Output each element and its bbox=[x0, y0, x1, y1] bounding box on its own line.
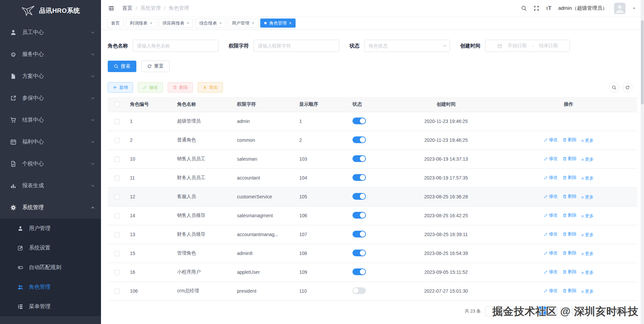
sidebar-item-employee-center[interactable]: 员工中心 bbox=[0, 22, 101, 43]
sidebar-item-user-management[interactable]: 用户管理 bbox=[0, 219, 101, 238]
row-checkbox[interactable] bbox=[114, 232, 120, 237]
row-action-删除[interactable]: 删除 bbox=[563, 288, 577, 294]
next-page-button[interactable] bbox=[571, 306, 581, 316]
row-action-修改[interactable]: 修改 bbox=[544, 231, 558, 237]
row-action-修改[interactable]: 修改 bbox=[544, 174, 558, 181]
row-action-更多[interactable]: »更多 bbox=[581, 156, 594, 162]
row-checkbox[interactable] bbox=[114, 270, 120, 275]
search-icon[interactable] bbox=[609, 83, 619, 93]
role-name-input[interactable] bbox=[133, 40, 218, 52]
row-action-删除[interactable]: 删除 bbox=[563, 269, 577, 275]
perm-key-input[interactable] bbox=[253, 40, 339, 52]
sidebar-item-menu-management[interactable]: 菜单管理 bbox=[0, 297, 101, 316]
scrollbar-thumb[interactable] bbox=[641, 20, 644, 104]
status-toggle[interactable] bbox=[352, 174, 366, 181]
search-button[interactable]: 搜索 bbox=[108, 61, 136, 72]
row-action-更多[interactable]: »更多 bbox=[581, 251, 594, 257]
row-checkbox[interactable] bbox=[114, 138, 120, 143]
row-action-更多[interactable]: »更多 bbox=[581, 288, 594, 294]
row-action-删除[interactable]: 删除 bbox=[563, 156, 577, 162]
row-action-删除[interactable]: 删除 bbox=[563, 231, 577, 237]
refresh-icon[interactable] bbox=[622, 83, 633, 93]
page-button-3[interactable]: 3 bbox=[560, 306, 569, 316]
collapse-menu-icon[interactable] bbox=[108, 5, 114, 11]
sidebar-item-plan-center[interactable]: 方案中心 bbox=[0, 65, 101, 87]
status-toggle[interactable] bbox=[352, 212, 366, 219]
status-select[interactable] bbox=[364, 40, 450, 52]
edit-button[interactable]: 修改 bbox=[138, 82, 163, 93]
row-action-删除[interactable]: 删除 bbox=[563, 174, 577, 181]
breadcrumb-home[interactable]: 首页 bbox=[122, 5, 132, 11]
row-action-修改[interactable]: 修改 bbox=[544, 288, 558, 294]
status-toggle[interactable] bbox=[352, 118, 366, 124]
row-action-更多[interactable]: »更多 bbox=[581, 175, 594, 181]
close-icon[interactable]: × bbox=[289, 21, 292, 25]
tab-首页[interactable]: 首页 bbox=[107, 19, 124, 28]
status-toggle[interactable] bbox=[352, 268, 366, 275]
sidebar-item-report-center[interactable]: 报表生成 bbox=[0, 175, 101, 197]
sidebar-item-system-management[interactable]: 系统管理 bbox=[0, 197, 101, 219]
close-icon[interactable]: × bbox=[187, 21, 190, 25]
row-checkbox[interactable] bbox=[114, 251, 120, 256]
status-toggle[interactable] bbox=[352, 193, 366, 200]
font-size-icon[interactable]: TT bbox=[546, 5, 552, 11]
row-action-删除[interactable]: 删除 bbox=[563, 212, 577, 218]
sidebar-item-settlement-center[interactable]: 结算中心 bbox=[0, 109, 101, 131]
sidebar-item-welfare-center[interactable]: 福利中心 bbox=[0, 131, 101, 153]
status-toggle[interactable] bbox=[352, 155, 366, 162]
sidebar-item-system-settings[interactable]: 系统设置 bbox=[0, 238, 101, 258]
row-checkbox[interactable] bbox=[114, 119, 120, 124]
tab-综合报表[interactable]: 综合报表× bbox=[195, 19, 226, 28]
row-action-更多[interactable]: »更多 bbox=[581, 213, 594, 219]
row-checkbox[interactable] bbox=[114, 175, 120, 181]
row-action-修改[interactable]: 修改 bbox=[544, 193, 558, 199]
page-size-select[interactable]: 10条/页 bbox=[485, 306, 521, 316]
row-action-更多[interactable]: »更多 bbox=[581, 269, 594, 276]
row-action-删除[interactable]: 删除 bbox=[563, 137, 577, 143]
row-checkbox[interactable] bbox=[114, 194, 120, 200]
tab-角色管理[interactable]: 角色管理× bbox=[260, 19, 296, 28]
sidebar-item-service-center[interactable]: 服务中心 bbox=[0, 43, 101, 65]
prev-page-button[interactable] bbox=[526, 306, 535, 316]
tab-用户管理[interactable]: 用户管理× bbox=[228, 19, 259, 28]
sidebar-item-insurance-center[interactable]: 参保中心 bbox=[0, 87, 101, 109]
avatar[interactable] bbox=[614, 3, 625, 14]
row-action-修改[interactable]: 修改 bbox=[544, 250, 558, 256]
caret-down-icon[interactable] bbox=[632, 6, 636, 10]
tab-利润报表[interactable]: 利润报表× bbox=[126, 19, 157, 28]
status-toggle[interactable] bbox=[352, 136, 366, 143]
select-all-checkbox[interactable] bbox=[114, 102, 120, 107]
add-button[interactable]: 新增 bbox=[108, 82, 133, 93]
row-action-更多[interactable]: »更多 bbox=[581, 194, 594, 200]
row-action-修改[interactable]: 修改 bbox=[544, 212, 558, 218]
sidebar-item-role-management[interactable]: 角色管理 bbox=[0, 277, 101, 297]
fullscreen-icon[interactable] bbox=[534, 5, 539, 11]
page-button-1[interactable]: 1 bbox=[537, 306, 546, 316]
status-toggle[interactable] bbox=[352, 250, 366, 256]
status-toggle[interactable] bbox=[352, 231, 366, 237]
goto-page-input[interactable] bbox=[597, 306, 612, 316]
tab-供应商报表[interactable]: 供应商报表× bbox=[159, 19, 194, 28]
sidebar-item-tax-center[interactable]: 个税中心 bbox=[0, 153, 101, 175]
sidebar-item-auto-match-rules[interactable]: 自动匹配规则 bbox=[0, 258, 101, 277]
close-icon[interactable]: × bbox=[252, 21, 255, 25]
breadcrumb-role[interactable]: 角色管理 bbox=[169, 5, 189, 11]
status-select-input[interactable] bbox=[364, 40, 450, 52]
row-action-更多[interactable]: »更多 bbox=[581, 232, 594, 238]
delete-button[interactable]: 删除 bbox=[168, 82, 193, 93]
export-button[interactable]: 导出 bbox=[198, 82, 223, 93]
reset-button[interactable]: 重置 bbox=[141, 61, 170, 72]
row-action-删除[interactable]: 删除 bbox=[563, 250, 577, 256]
row-checkbox[interactable] bbox=[114, 213, 120, 219]
breadcrumb-system[interactable]: 系统管理 bbox=[140, 5, 161, 11]
close-icon[interactable]: × bbox=[150, 21, 152, 25]
status-toggle[interactable] bbox=[352, 287, 366, 294]
row-action-更多[interactable]: »更多 bbox=[581, 137, 594, 143]
search-icon[interactable] bbox=[521, 5, 527, 11]
page-button-2[interactable]: 2 bbox=[548, 306, 558, 316]
row-action-修改[interactable]: 修改 bbox=[544, 156, 558, 162]
close-icon[interactable]: × bbox=[219, 21, 222, 25]
row-action-修改[interactable]: 修改 bbox=[544, 269, 558, 275]
row-action-修改[interactable]: 修改 bbox=[544, 137, 558, 143]
row-checkbox[interactable] bbox=[114, 289, 120, 294]
